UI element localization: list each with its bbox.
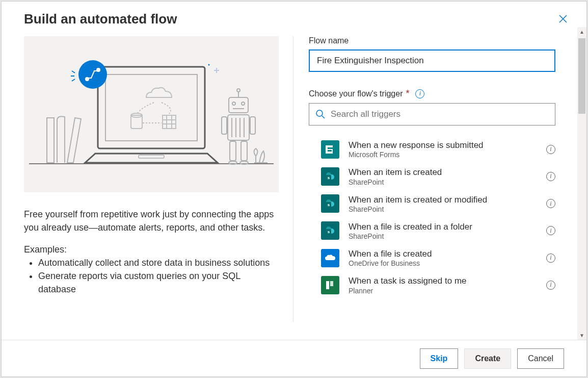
search-icon [315, 109, 326, 119]
scroll-down-arrow-icon[interactable]: ▼ [577, 331, 586, 340]
info-icon[interactable]: i [546, 254, 555, 263]
svg-point-20 [208, 64, 210, 66]
examples-list: Automatically collect and store data in … [24, 256, 278, 296]
svg-line-15 [72, 71, 75, 73]
description-text: Free yourself from repetitive work just … [24, 208, 278, 234]
svg-point-37 [240, 161, 248, 164]
scroll-up-arrow-icon[interactable]: ▲ [577, 27, 586, 36]
close-icon [559, 15, 567, 23]
skip-button[interactable]: Skip [420, 348, 459, 369]
examples-heading: Examples: [24, 244, 278, 255]
illustration-svg [24, 36, 279, 192]
info-icon[interactable]: i [546, 199, 555, 208]
svg-rect-42 [328, 150, 332, 152]
svg-rect-7 [163, 115, 176, 129]
trigger-search-input[interactable] [331, 109, 549, 119]
trigger-item[interactable]: When a task is assigned to me Planner i [321, 271, 555, 298]
onedrive-icon [321, 249, 339, 267]
trigger-item[interactable]: s When an item is created SharePoint i [321, 163, 555, 190]
scrollbar-thumb[interactable] [578, 38, 585, 114]
svg-rect-27 [228, 115, 249, 140]
trigger-item[interactable]: s When an item is created or modified Sh… [321, 190, 555, 217]
flow-name-label: Flow name [309, 36, 566, 45]
scrollbar-track[interactable]: ▲ ▼ [577, 27, 586, 340]
dialog-header: Build an automated flow [2, 2, 586, 27]
svg-rect-56 [330, 281, 333, 286]
trigger-subtitle: Microsoft Forms [349, 150, 537, 159]
trigger-title: When an item is created or modified [349, 194, 537, 205]
trigger-list: When a new response is submitted Microso… [309, 136, 566, 299]
trigger-subtitle: SharePoint [349, 178, 537, 186]
sharepoint-icon: s [321, 194, 339, 213]
trigger-title: When an item is created [349, 167, 537, 178]
info-icon[interactable]: i [415, 89, 424, 98]
right-pane: Flow name Choose your flow's trigger * i [293, 27, 586, 340]
trigger-title: When a file is created in a folder [349, 221, 537, 232]
trigger-search-box[interactable] [309, 103, 555, 125]
trigger-subtitle: OneDrive for Business [349, 259, 537, 267]
svg-rect-35 [241, 141, 247, 161]
trigger-subtitle: Planner [349, 287, 537, 295]
flow-name-input[interactable] [309, 49, 555, 72]
svg-text:s: s [328, 175, 330, 180]
dialog-body: Free yourself from repetitive work just … [2, 27, 586, 340]
dialog: Build an automated flow [1, 1, 587, 377]
trigger-subtitle: SharePoint [349, 232, 537, 240]
svg-point-22 [232, 102, 235, 105]
info-icon[interactable]: i [546, 226, 555, 235]
svg-rect-55 [326, 281, 329, 289]
required-asterisk: * [406, 88, 409, 99]
illustration [24, 36, 279, 192]
svg-rect-1 [47, 118, 54, 163]
svg-text:s: s [328, 230, 330, 234]
trigger-title: When a task is assigned to me [349, 275, 537, 286]
trigger-subtitle: SharePoint [349, 205, 537, 213]
svg-rect-3 [105, 74, 197, 141]
svg-point-23 [242, 102, 245, 105]
left-pane: Free yourself from repetitive work just … [2, 27, 278, 340]
example-item: Generate reports via custom queries on y… [38, 269, 278, 296]
svg-rect-32 [222, 117, 227, 134]
trigger-title: When a new response is submitted [349, 140, 537, 150]
cancel-button[interactable]: Cancel [517, 348, 564, 369]
svg-point-36 [229, 161, 237, 164]
svg-rect-2 [98, 67, 205, 148]
svg-rect-40 [326, 145, 333, 154]
sharepoint-icon: s [321, 221, 339, 240]
create-button[interactable]: Create [464, 348, 511, 369]
svg-rect-21 [229, 97, 248, 113]
info-icon[interactable]: i [546, 145, 555, 154]
sharepoint-icon: s [321, 167, 339, 186]
dialog-title: Build an automated flow [24, 11, 177, 27]
forms-icon [321, 140, 339, 159]
planner-icon [321, 276, 339, 294]
trigger-title: When a file is created [349, 248, 537, 259]
svg-rect-34 [230, 141, 236, 161]
svg-line-17 [72, 79, 75, 81]
info-icon[interactable]: i [546, 281, 555, 290]
right-pane-wrapper: Flow name Choose your flow's trigger * i [293, 27, 586, 340]
example-item: Automatically collect and store data in … [38, 256, 278, 269]
svg-point-38 [316, 110, 323, 116]
info-icon[interactable]: i [546, 172, 555, 181]
trigger-item[interactable]: When a file is created OneDrive for Busi… [321, 244, 555, 271]
close-button[interactable] [555, 11, 571, 27]
svg-rect-33 [250, 117, 255, 134]
svg-point-26 [237, 89, 240, 92]
dialog-footer: Skip Create Cancel [2, 340, 586, 376]
svg-rect-41 [328, 147, 334, 149]
trigger-item[interactable]: s When a file is created in a folder Sha… [321, 217, 555, 244]
trigger-item[interactable]: When a new response is submitted Microso… [321, 136, 555, 163]
svg-rect-4 [139, 155, 164, 158]
svg-line-39 [322, 116, 325, 118]
trigger-label: Choose your flow's trigger [309, 89, 403, 98]
svg-text:s: s [328, 203, 330, 207]
